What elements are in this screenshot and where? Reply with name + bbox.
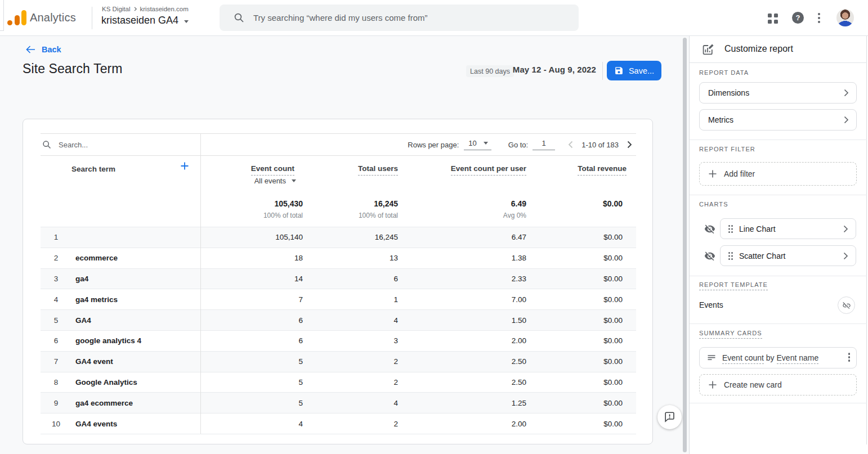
save-icon xyxy=(614,66,624,75)
global-search[interactable]: Try searching “where did my users come f… xyxy=(220,5,579,31)
divider xyxy=(690,140,867,140)
scatter-chart-item[interactable]: Scatter Chart xyxy=(720,245,856,266)
chevron-left-icon xyxy=(567,141,574,149)
chevron-right-icon xyxy=(843,89,849,97)
dimensions-button[interactable]: Dimensions xyxy=(699,82,857,104)
back-arrow-icon xyxy=(26,46,35,53)
metric-header-event-count[interactable]: Event count xyxy=(251,164,294,176)
table-row: 9 ga4 ecommerce 5 4 1.25 $0.00 xyxy=(41,393,636,413)
breadcrumb-property[interactable]: kristaseiden.com xyxy=(140,6,189,12)
add-filter-button[interactable]: Add filter xyxy=(699,162,857,186)
add-dimension-icon[interactable] xyxy=(180,161,189,170)
row-total-revenue: $0.00 xyxy=(526,275,623,283)
create-card-label: Create new card xyxy=(724,380,782,389)
table-totals-row: 105,430 100% of total 16,245 100% of tot… xyxy=(41,195,636,227)
row-event-count-per-user: 2.00 xyxy=(398,420,526,428)
save-button[interactable]: Save... xyxy=(607,61,661,80)
analytics-logo[interactable] xyxy=(7,10,26,25)
section-report-filter: REPORT FILTER xyxy=(699,146,755,152)
save-label: Save... xyxy=(629,66,654,75)
pagination: Rows per page: 10 Go to: 1 1-10 of 183 xyxy=(408,134,633,155)
scatter-chart-label: Scatter Chart xyxy=(739,251,785,260)
row-total-revenue: $0.00 xyxy=(526,316,623,325)
row-event-count: 5 xyxy=(200,378,303,386)
unlink-template-button[interactable] xyxy=(838,296,855,314)
back-link[interactable]: Back xyxy=(26,45,61,54)
total-revenue: $0.00 xyxy=(603,199,623,208)
table-row: 5 GA4 6 4 1.50 $0.00 xyxy=(41,310,636,331)
row-event-count-per-user: 2.50 xyxy=(398,357,526,366)
more-options-icon[interactable] xyxy=(818,13,820,23)
section-report-data: REPORT DATA xyxy=(699,69,749,76)
main-content: Back Site Search Term Last 90 days May 1… xyxy=(0,36,689,454)
metrics-label: Metrics xyxy=(708,115,733,124)
row-total-users: 3 xyxy=(303,336,398,345)
row-total-users: 4 xyxy=(303,316,398,325)
rows-per-page-select[interactable]: 10 xyxy=(464,139,491,150)
next-page-button[interactable] xyxy=(627,141,633,149)
card-options-icon[interactable] xyxy=(848,353,851,363)
vertical-scrollbar[interactable] xyxy=(683,38,687,452)
drag-handle-icon[interactable] xyxy=(728,251,733,260)
row-total-revenue: $0.00 xyxy=(526,357,623,366)
page-title: Site Search Term xyxy=(23,61,123,77)
total-per-user: 6.49 xyxy=(511,199,526,208)
visibility-off-icon[interactable] xyxy=(704,250,715,262)
row-index: 1 xyxy=(41,233,71,241)
add-filter-label: Add filter xyxy=(724,169,755,178)
table-search[interactable]: Search... xyxy=(42,134,88,155)
product-name: Analytics xyxy=(30,11,76,24)
chart-row-scatter: Scatter Chart xyxy=(690,245,868,266)
breadcrumb: KS Digital kristaseiden.com xyxy=(102,6,189,12)
visibility-off-icon[interactable] xyxy=(704,223,715,235)
goto-page-input[interactable]: 1 xyxy=(533,139,555,150)
row-search-term: google analytics 4 xyxy=(71,336,200,345)
breadcrumb-account[interactable]: KS Digital xyxy=(102,6,131,12)
row-event-count-per-user: 2.00 xyxy=(398,336,526,345)
total-per-user-sub: Avg 0% xyxy=(503,212,526,219)
row-event-count-per-user: 2.50 xyxy=(398,378,526,386)
avatar[interactable] xyxy=(836,9,854,26)
metric-header-total-revenue[interactable]: Total revenue xyxy=(578,164,627,176)
table-header: Search term Event count Total users Even… xyxy=(41,156,636,195)
row-total-users: 1 xyxy=(303,295,398,304)
metric-header-total-users[interactable]: Total users xyxy=(358,164,398,176)
drag-handle-icon[interactable] xyxy=(728,224,733,233)
top-app-bar: Analytics KS Digital kristaseiden.com kr… xyxy=(0,0,868,36)
caret-down-icon xyxy=(184,20,189,23)
create-new-card-button[interactable]: Create new card xyxy=(699,374,857,395)
search-icon xyxy=(42,140,51,149)
table-toolbar: Search... Rows per page: 10 Go to: 1 1-1… xyxy=(41,133,636,156)
chart-row-line: Line Chart xyxy=(690,218,868,239)
row-event-count-per-user: 1.50 xyxy=(398,316,526,325)
table-row: 6 google analytics 4 6 3 2.00 $0.00 xyxy=(41,331,636,352)
row-event-count: 4 xyxy=(200,420,303,428)
event-filter-dropdown[interactable]: All events xyxy=(254,177,296,185)
row-search-term: ga4 ecommerce xyxy=(71,399,200,407)
row-total-revenue: $0.00 xyxy=(526,399,623,407)
dimension-header[interactable]: Search term xyxy=(71,165,115,173)
feedback-button[interactable] xyxy=(657,405,682,429)
line-chart-item[interactable]: Line Chart xyxy=(720,218,856,239)
total-users-sub: 100% of total xyxy=(359,212,398,219)
row-total-users: 4 xyxy=(303,399,398,407)
metrics-button[interactable]: Metrics xyxy=(699,109,857,131)
rows-per-page-value: 10 xyxy=(468,139,476,147)
diagnostics-grid-icon[interactable] xyxy=(768,14,778,24)
date-range-picker[interactable]: May 12 - Aug 9, 2022 xyxy=(513,65,596,74)
summary-card-item[interactable]: Event count by Event name xyxy=(699,347,857,368)
row-search-term: ecommerce xyxy=(71,254,200,262)
previous-page-button[interactable] xyxy=(567,141,574,149)
row-total-users: 2 xyxy=(303,420,398,428)
help-icon[interactable]: ? xyxy=(792,12,804,24)
customize-report-icon xyxy=(701,43,715,57)
divider xyxy=(690,195,867,195)
metric-header-event-count-per-user[interactable]: Event count per user xyxy=(451,164,526,176)
row-total-revenue: $0.00 xyxy=(526,233,623,241)
nav-drawer-edge xyxy=(0,0,4,31)
chevron-right-icon xyxy=(627,141,633,149)
row-search-term: GA4 event xyxy=(71,357,200,366)
property-name: kristaseiden GA4 xyxy=(101,15,178,26)
property-selector[interactable]: kristaseiden GA4 xyxy=(101,15,189,26)
row-event-count: 105,140 xyxy=(200,233,303,241)
